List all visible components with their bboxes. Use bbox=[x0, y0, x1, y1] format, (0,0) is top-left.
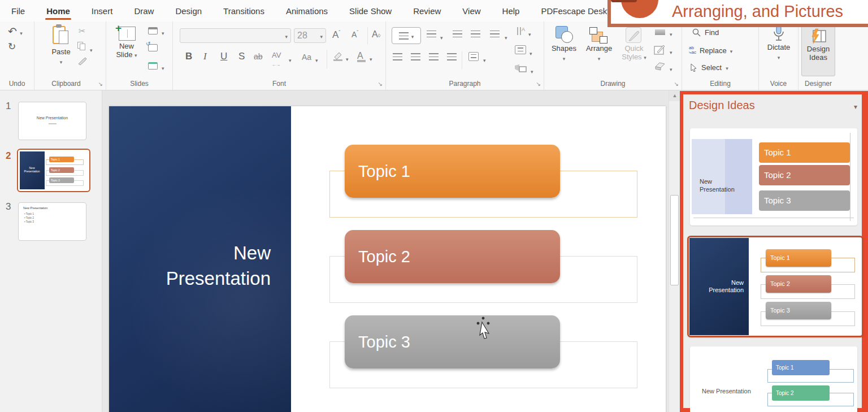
quick-styles-button[interactable]: Quick Styles bbox=[618, 26, 650, 62]
shadow-button[interactable]: S bbox=[238, 51, 245, 62]
redo-button[interactable]: ↻ bbox=[8, 41, 16, 53]
replace-button[interactable]: ab⤷ac Replace bbox=[689, 45, 732, 55]
copy-button[interactable] bbox=[77, 42, 86, 51]
topic-3-shape[interactable]: Topic 3 bbox=[345, 315, 560, 368]
change-case-dropdown[interactable] bbox=[315, 54, 318, 64]
undo-button[interactable]: ↶ bbox=[8, 25, 23, 38]
shape-effects-button[interactable] bbox=[654, 61, 666, 71]
topic-1-shape[interactable]: Topic 1 bbox=[345, 145, 560, 198]
scrollbar-up-arrow[interactable] bbox=[669, 90, 680, 101]
design-ideas-button[interactable]: Design Ideas bbox=[801, 24, 835, 76]
layout-button[interactable] bbox=[148, 27, 158, 34]
copy-dropdown[interactable] bbox=[90, 44, 93, 54]
format-painter-button[interactable] bbox=[77, 57, 88, 66]
ribbon-group-paragraph: A Paragraph bbox=[386, 21, 544, 90]
slide-blue-panel[interactable]: New Presentation bbox=[109, 106, 291, 412]
menu-home[interactable]: Home bbox=[45, 1, 71, 21]
italic-button[interactable]: I bbox=[203, 51, 207, 62]
numbering-dropdown[interactable] bbox=[440, 32, 443, 42]
font-color-dropdown[interactable] bbox=[370, 53, 372, 63]
paste-button[interactable]: Paste bbox=[47, 25, 75, 66]
font-dialog-launcher[interactable] bbox=[378, 81, 383, 87]
layout-dropdown[interactable] bbox=[162, 27, 164, 37]
align-right-button[interactable] bbox=[429, 53, 439, 60]
section-button[interactable] bbox=[148, 62, 158, 70]
align-text-dropdown[interactable] bbox=[530, 47, 532, 58]
bullets-icon bbox=[399, 32, 409, 40]
columns-dropdown[interactable] bbox=[483, 54, 486, 64]
text-direction-dropdown[interactable] bbox=[528, 28, 531, 38]
convert-smartart-button[interactable] bbox=[514, 63, 527, 73]
menu-slide-show[interactable]: Slide Show bbox=[348, 1, 393, 21]
columns-button[interactable] bbox=[468, 52, 479, 61]
text-direction-button[interactable]: A bbox=[515, 26, 526, 36]
line-spacing-button[interactable] bbox=[490, 31, 500, 38]
text-highlight-dropdown[interactable] bbox=[346, 53, 349, 63]
shape-outline-dropdown[interactable] bbox=[670, 46, 672, 57]
slide-3-thumbnail[interactable]: New Presentation • Topic 1 • Topic 2 • T… bbox=[18, 202, 86, 241]
clipboard-dialog-launcher[interactable] bbox=[98, 81, 103, 87]
slide-1-thumbnail[interactable]: New Presentation bbox=[18, 102, 86, 140]
design-suggestion-2-selected[interactable]: New Presentation Topic 1 Topic 2 Topic 3 bbox=[687, 236, 863, 337]
justify-button[interactable] bbox=[447, 53, 457, 60]
arrange-button[interactable]: Arrange bbox=[581, 26, 617, 63]
strikethrough-button[interactable]: ab bbox=[254, 52, 263, 61]
menu-help[interactable]: Help bbox=[501, 1, 521, 21]
menu-file[interactable]: File bbox=[10, 1, 26, 21]
shape-outline-button[interactable] bbox=[654, 44, 666, 55]
line-spacing-dropdown[interactable] bbox=[505, 32, 507, 42]
ribbon-group-slides: + New Slide ↺ Slides bbox=[106, 21, 173, 90]
grow-font-button[interactable]: Aˆ bbox=[332, 29, 340, 41]
menu-review[interactable]: Review bbox=[412, 1, 442, 21]
change-case-button[interactable]: Aa bbox=[302, 53, 311, 62]
menu-view[interactable]: View bbox=[461, 1, 481, 21]
ribbon-group-drawing: Shapes Arrange Quick Styles bbox=[544, 21, 682, 90]
menu-design[interactable]: Design bbox=[174, 1, 203, 21]
find-button[interactable]: Find bbox=[692, 28, 719, 37]
text-highlight-button[interactable] bbox=[332, 51, 344, 61]
character-spacing-button[interactable]: AV←→ bbox=[272, 51, 281, 68]
cut-button[interactable]: ✂ bbox=[79, 26, 86, 36]
reset-slide-button[interactable]: ↺ bbox=[148, 44, 158, 51]
menu-insert[interactable]: Insert bbox=[90, 1, 114, 21]
new-slide-button[interactable]: + New Slide bbox=[111, 25, 142, 60]
shape-fill-button[interactable] bbox=[655, 29, 665, 35]
section-dropdown[interactable] bbox=[162, 62, 164, 72]
font-size-combo[interactable]: 28 bbox=[294, 28, 326, 43]
clear-formatting-button[interactable]: A◊ bbox=[372, 29, 380, 40]
dictate-button[interactable]: Dictate bbox=[762, 25, 795, 62]
decrease-indent-icon bbox=[453, 31, 462, 38]
increase-indent-button[interactable] bbox=[471, 31, 480, 38]
align-center-button[interactable] bbox=[411, 53, 420, 60]
numbering-button[interactable] bbox=[427, 31, 436, 38]
shrink-font-button[interactable]: Aˇ bbox=[351, 29, 358, 39]
topic-2-shape[interactable]: Topic 2 bbox=[345, 230, 560, 283]
drawing-dialog-launcher[interactable] bbox=[674, 81, 679, 87]
bullets-button[interactable] bbox=[392, 27, 421, 44]
character-spacing-dropdown[interactable] bbox=[289, 54, 292, 64]
decrease-indent-button[interactable] bbox=[453, 31, 462, 38]
select-button[interactable]: Select bbox=[690, 62, 728, 72]
scrollbar-thumb[interactable] bbox=[670, 195, 679, 285]
format-painter-icon bbox=[77, 57, 88, 66]
paragraph-dialog-launcher[interactable] bbox=[536, 81, 541, 87]
design-suggestion-3[interactable]: New Presentation Topic 1 Topic 2 bbox=[690, 346, 857, 412]
font-color-button[interactable]: A bbox=[357, 51, 366, 62]
menu-transitions[interactable]: Transitions bbox=[222, 1, 266, 21]
menu-draw[interactable]: Draw bbox=[133, 1, 155, 21]
shape-effects-dropdown[interactable] bbox=[670, 63, 672, 73]
design-suggestion-1[interactable]: New Presentation Topic 1 Topic 2 Topic 3 bbox=[690, 128, 857, 225]
bold-button[interactable]: B bbox=[185, 51, 192, 62]
font-name-combo[interactable] bbox=[180, 28, 291, 43]
align-left-button[interactable] bbox=[393, 53, 402, 60]
slide-editor[interactable]: New Presentation Topic 1 Topic 2 Topic 3 bbox=[109, 106, 666, 412]
smartart-dropdown[interactable] bbox=[531, 66, 533, 76]
design-ideas-dropdown-icon[interactable] bbox=[854, 101, 857, 111]
slide-title-text[interactable]: New Presentation bbox=[141, 240, 271, 291]
align-text-button[interactable] bbox=[515, 45, 526, 54]
shapes-button[interactable]: Shapes bbox=[548, 26, 580, 63]
slide-2-thumbnail-selected[interactable]: New Presentation Topic 1 Topic 2 Topic 3 bbox=[17, 149, 90, 192]
underline-button[interactable]: U bbox=[220, 51, 227, 62]
menu-animations[interactable]: Animations bbox=[285, 1, 329, 21]
shape-fill-dropdown[interactable] bbox=[670, 28, 672, 38]
